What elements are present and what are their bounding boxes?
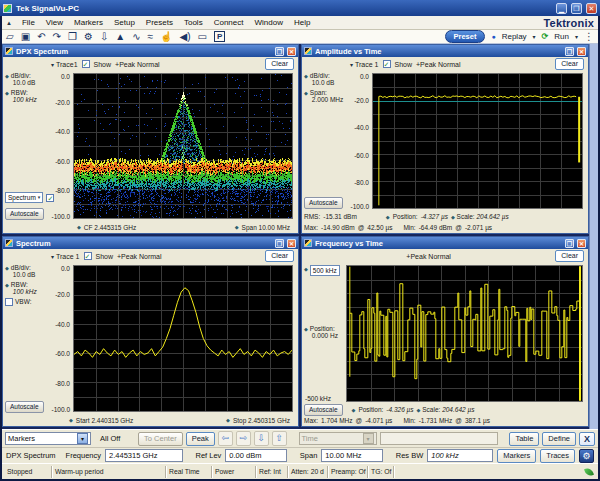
markers-dropdown[interactable]: Markers ▾ [5, 432, 91, 445]
dpx-dbdiv-value[interactable]: 10.0 dB [11, 79, 35, 86]
menu-setup[interactable]: Setup [113, 18, 136, 27]
marker-p-icon[interactable]: P [214, 31, 225, 42]
markers-close-button[interactable]: X [579, 432, 595, 446]
freq-position-side-value[interactable]: 0.000 Hz [310, 332, 338, 339]
spectrum-dbdiv-value[interactable]: 10.0 dB [11, 271, 35, 278]
spinner-icon[interactable]: ◆ [352, 406, 356, 414]
marker-left-arrow-button[interactable]: ⇦ [218, 431, 233, 446]
detach-icon[interactable]: ▲ [6, 20, 12, 26]
markers-panel-button[interactable]: Markers [497, 449, 536, 463]
define-button[interactable]: Define [542, 432, 576, 446]
menu-view[interactable]: View [45, 18, 64, 27]
menu-connect[interactable]: Connect [213, 18, 245, 27]
redo-icon[interactable]: ↷ [53, 31, 61, 43]
marker-right-arrow-button[interactable]: ⇨ [236, 431, 251, 446]
waveform-icon[interactable]: ∿ [132, 31, 140, 43]
spinner-icon[interactable]: ◆ [304, 72, 308, 86]
spinner-icon[interactable]: ◆ [451, 214, 455, 220]
amp-dbdiv-value[interactable]: 10.0 dB [310, 79, 334, 86]
amp-scale-value[interactable]: 204.642 µs [476, 213, 508, 220]
traces-panel-button[interactable]: Traces [540, 449, 575, 463]
chevron-down-icon[interactable]: ▾ [77, 433, 88, 444]
spectrum-plot[interactable] [73, 265, 293, 412]
freq-restore-button[interactable]: ❐ [565, 239, 574, 248]
spinner-icon[interactable]: ◆ [69, 416, 73, 424]
spinner-icon[interactable]: ◆ [5, 281, 9, 295]
audio-icon[interactable]: ◀) [180, 31, 191, 43]
amp-show-checkbox[interactable]: ✓ [383, 60, 391, 68]
minimize-button[interactable]: ▁ [556, 3, 567, 14]
amplitude-icon[interactable]: ⇩ [100, 31, 108, 43]
amp-trace-dropdown[interactable]: ▾ Trace 1 [350, 61, 379, 68]
frequency-field[interactable]: 2.445315 GHz [105, 449, 183, 462]
spectrum-peak-icon[interactable]: ▲ [115, 31, 125, 43]
amp-title-bar[interactable]: Amplitude vs Time ❐ ✕ [302, 45, 588, 57]
run-caret-icon[interactable]: ▾ [575, 33, 578, 40]
freq-scale-value[interactable]: 204.642 µs [442, 406, 474, 413]
spinner-icon[interactable]: ◆ [304, 89, 308, 103]
menu-presets[interactable]: Presets [145, 18, 174, 27]
spectrum-show-checkbox[interactable]: ✓ [84, 252, 92, 260]
spectrum-start-readout[interactable]: Start 2.440315 GHz [76, 417, 133, 424]
amp-plot[interactable] [372, 73, 583, 209]
run-button[interactable]: Run [554, 32, 569, 41]
right-scroll-strip[interactable] [589, 44, 598, 429]
marker-down-arrow-button[interactable]: ⇩ [254, 431, 269, 446]
restore-button[interactable]: ❐ [571, 3, 582, 14]
menu-tools[interactable]: Tools [183, 18, 204, 27]
spectrum-autoscale-button[interactable]: Autoscale [5, 401, 44, 413]
open-icon[interactable]: ▱ [6, 31, 14, 43]
all-off-button[interactable]: All Off [94, 432, 126, 445]
spinner-icon[interactable]: ◆ [304, 325, 308, 333]
title-bar[interactable]: Tek SignalVu-PC ▁ ❐ ✕ [0, 0, 600, 16]
amp-restore-button[interactable]: ❐ [565, 47, 574, 56]
spectrum-vbw-checkbox[interactable]: ✓ [5, 298, 13, 306]
amp-close-button[interactable]: ✕ [577, 47, 586, 56]
dpx-span-readout[interactable]: Span 10.00 MHz [242, 224, 290, 231]
spectrum-title-bar[interactable]: Spectrum ❐ ✕ [3, 237, 298, 249]
settings-gear-icon[interactable]: ⚙ [84, 31, 93, 43]
spinner-icon[interactable]: ◆ [386, 213, 390, 221]
spinner-icon[interactable]: ◆ [5, 264, 9, 278]
spinner-icon[interactable]: ◆ [304, 265, 308, 276]
dpx-clear-button[interactable]: Clear [265, 58, 294, 70]
res-bw-field[interactable]: 100 kHz [427, 449, 493, 462]
spectrum-restore-button[interactable]: ❐ [275, 239, 284, 248]
freq-scale-input[interactable]: 500 kHz [310, 265, 340, 276]
dpx-restore-button[interactable]: ❐ [275, 47, 284, 56]
amp-span-value[interactable]: 2.000 MHz [310, 96, 343, 103]
amp-clear-button[interactable]: Clear [555, 58, 584, 70]
spectrum-close-button[interactable]: ✕ [287, 239, 296, 248]
spectrum-rbw-value[interactable]: 100 kHz [11, 288, 37, 295]
amp-autoscale-button[interactable]: Autoscale [304, 197, 343, 209]
dpx-trace-dropdown[interactable]: ▾ Trace1 [51, 61, 78, 68]
spinner-icon[interactable]: ◆ [5, 89, 9, 103]
overflow-menu-icon[interactable]: ⋮ [584, 31, 594, 42]
menu-help[interactable]: Help [293, 18, 311, 27]
menu-markers[interactable]: Markers [73, 18, 104, 27]
freq-plot-canvas[interactable] [347, 266, 582, 401]
replay-button[interactable]: Replay [502, 32, 527, 41]
dpx-show-checkbox[interactable]: ✓ [82, 60, 90, 68]
replay-caret-icon[interactable]: ▾ [533, 33, 536, 40]
amp-position-value[interactable]: -4.327 µs [421, 213, 448, 220]
spinner-icon[interactable]: ◆ [417, 407, 421, 413]
dpx-plot[interactable] [73, 73, 293, 219]
dpx-autoscale-button[interactable]: Autoscale [5, 208, 44, 220]
spinner-icon[interactable]: ◆ [235, 223, 239, 231]
peak-button[interactable]: Peak [186, 432, 215, 446]
spectrum-plot-canvas[interactable] [74, 266, 292, 411]
display-icon[interactable]: ▭ [198, 31, 207, 43]
dpx-plot-canvas[interactable] [74, 74, 292, 218]
touch-icon[interactable]: ☝ [160, 31, 172, 43]
dpx-rbw-value[interactable]: 100 kHz [11, 96, 37, 103]
menu-file[interactable]: File [21, 18, 36, 27]
spectrum-trace-dropdown[interactable]: ▾ Trace 1 [51, 253, 80, 260]
gear-icon[interactable]: ⚙ [579, 449, 594, 463]
dpx-cf-readout[interactable]: CF 2.445315 GHz [84, 224, 136, 231]
freq-position-value[interactable]: -4.326 µs [386, 406, 413, 413]
menu-window[interactable]: Window [253, 18, 283, 27]
freq-close-button[interactable]: ✕ [577, 239, 586, 248]
save-icon[interactable]: ▣ [21, 31, 30, 43]
marker-up-arrow-button[interactable]: ⇧ [272, 431, 287, 446]
